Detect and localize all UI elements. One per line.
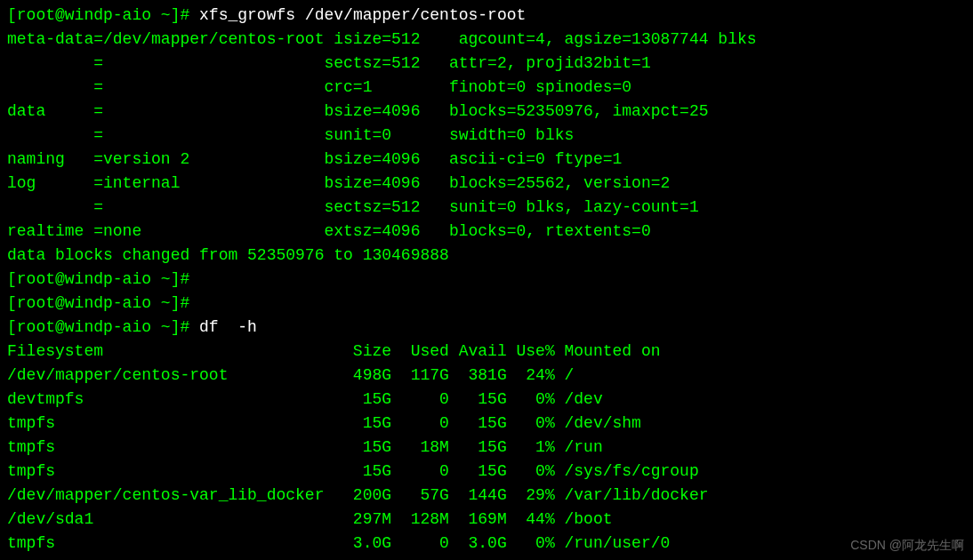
xfs-output-line: meta-data=/dev/mapper/centos-root isize=… [7, 28, 966, 52]
terminal-output[interactable]: [root@windp-aio ~]# xfs_growfs /dev/mapp… [7, 4, 966, 556]
command-xfs-growfs: xfs_growfs /dev/mapper/centos-root [199, 6, 526, 24]
df-row: tmpfs 15G 0 15G 0% /dev/shm [7, 412, 966, 436]
shell-prompt: [root@windp-aio ~]# [7, 318, 199, 336]
shell-prompt: [root@windp-aio ~]# [7, 294, 199, 312]
shell-prompt: [root@windp-aio ~]# [7, 270, 199, 288]
xfs-output-line: log =internal bsize=4096 blocks=25562, v… [7, 172, 966, 196]
df-row: /dev/mapper/centos-root 498G 117G 381G 2… [7, 364, 966, 388]
xfs-output-line: data = bsize=4096 blocks=52350976, imaxp… [7, 100, 966, 124]
prompt-line-2: [root@windp-aio ~]# df -h [7, 316, 966, 340]
shell-prompt: [root@windp-aio ~]# [7, 6, 199, 24]
xfs-output-line: = crc=1 finobt=0 spinodes=0 [7, 76, 966, 100]
xfs-output-line: = sectsz=512 attr=2, projid32bit=1 [7, 52, 966, 76]
prompt-line-empty: [root@windp-aio ~]# [7, 292, 966, 316]
prompt-line-1: [root@windp-aio ~]# xfs_growfs /dev/mapp… [7, 4, 966, 28]
df-row: devtmpfs 15G 0 15G 0% /dev [7, 388, 966, 412]
df-header: Filesystem Size Used Avail Use% Mounted … [7, 340, 966, 364]
xfs-output-line: = sectsz=512 sunit=0 blks, lazy-count=1 [7, 196, 966, 220]
xfs-output-line: realtime =none extsz=4096 blocks=0, rtex… [7, 220, 966, 244]
xfs-output-line: data blocks changed from 52350976 to 130… [7, 244, 966, 268]
df-row: tmpfs 15G 18M 15G 1% /run [7, 436, 966, 460]
xfs-output-line: = sunit=0 swidth=0 blks [7, 124, 966, 148]
df-row: tmpfs 3.0G 0 3.0G 0% /run/user/0 [7, 532, 966, 556]
watermark-text: CSDN @阿龙先生啊 [850, 536, 964, 555]
command-df-h: df -h [199, 318, 257, 336]
df-row: /dev/mapper/centos-var_lib_docker 200G 5… [7, 484, 966, 508]
prompt-line-empty: [root@windp-aio ~]# [7, 268, 966, 292]
xfs-output-line: naming =version 2 bsize=4096 ascii-ci=0 … [7, 148, 966, 172]
df-row: tmpfs 15G 0 15G 0% /sys/fs/cgroup [7, 460, 966, 484]
df-row: /dev/sda1 297M 128M 169M 44% /boot [7, 508, 966, 532]
